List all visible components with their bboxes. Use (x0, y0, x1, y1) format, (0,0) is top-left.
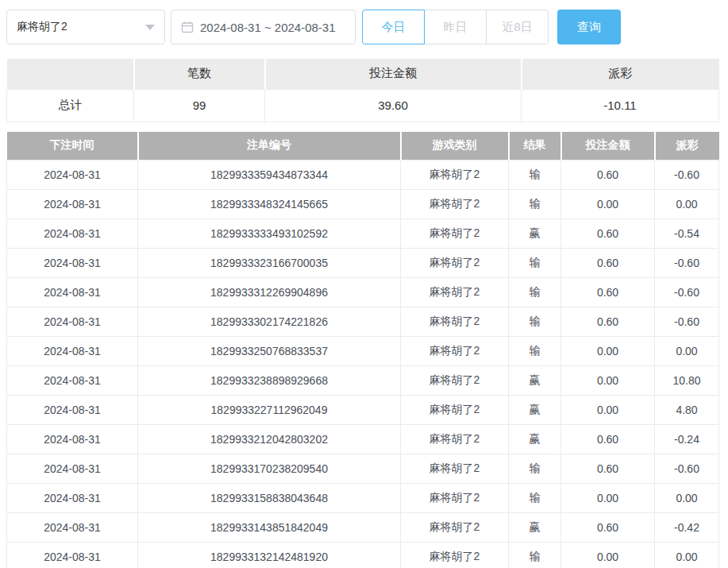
header-bet-amount: 投注金额 (561, 132, 655, 160)
result-cell: 输 (509, 337, 561, 366)
game-type-cell: 麻将胡了2 (401, 160, 509, 190)
order-no-cell: 1829933312269904896 (138, 278, 401, 307)
bet-amount-cell: 0.00 (561, 484, 655, 513)
payout-cell: -0.42 (655, 513, 719, 543)
bet-time-cell: 2024-08-31 (7, 396, 138, 425)
last-8-days-button[interactable]: 近8日 (486, 10, 549, 44)
game-type-cell: 麻将胡了2 (401, 249, 509, 278)
order-no-cell: 1829933348324145665 (138, 190, 401, 219)
bet-time-cell: 2024-08-31 (7, 190, 138, 219)
payout-cell: -0.60 (655, 454, 719, 484)
summary-header-row: 笔数 投注金额 派彩 (7, 59, 719, 89)
payout-cell: 0.00 (655, 484, 719, 513)
summary-total-bet-amount: 39.60 (265, 89, 522, 122)
game-type-cell: 麻将胡了2 (401, 396, 509, 425)
summary-total-label: 总计 (7, 89, 134, 122)
table-row: 2024-08-311829933323166700035麻将胡了2输0.60-… (7, 249, 719, 278)
payout-cell: -0.60 (655, 278, 719, 307)
order-no-cell: 1829933212042803202 (138, 425, 401, 454)
result-cell: 输 (509, 278, 561, 307)
bet-time-cell: 2024-08-31 (7, 366, 138, 396)
result-cell: 输 (509, 190, 561, 219)
bet-time-cell: 2024-08-31 (7, 219, 138, 249)
result-cell: 赢 (509, 366, 561, 396)
today-button[interactable]: 今日 (362, 10, 425, 44)
bet-time-cell: 2024-08-31 (7, 454, 138, 484)
game-select-value: 麻将胡了2 (17, 20, 67, 34)
summary-total-count: 99 (134, 89, 265, 122)
table-row: 2024-08-311829933132142481920麻将胡了2输0.000… (7, 543, 719, 568)
summary-total-payout: -10.11 (522, 89, 719, 122)
game-type-cell: 麻将胡了2 (401, 425, 509, 454)
game-type-cell: 麻将胡了2 (401, 190, 509, 219)
summary-header-count: 笔数 (134, 59, 265, 89)
table-row: 2024-08-311829933227112962049麻将胡了2赢0.004… (7, 396, 719, 425)
bet-amount-cell: 0.60 (561, 513, 655, 543)
game-type-cell: 麻将胡了2 (401, 307, 509, 337)
order-no-cell: 1829933359434873344 (138, 160, 401, 190)
table-row: 2024-08-311829933212042803202麻将胡了2赢0.60-… (7, 425, 719, 454)
bet-amount-cell: 0.60 (561, 307, 655, 337)
order-no-cell: 1829933333493102592 (138, 219, 401, 249)
table-row: 2024-08-311829933348324145665麻将胡了2输0.000… (7, 190, 719, 219)
bet-time-cell: 2024-08-31 (7, 484, 138, 513)
bet-amount-cell: 0.00 (561, 190, 655, 219)
bet-amount-cell: 0.60 (561, 219, 655, 249)
table-row: 2024-08-311829933359434873344麻将胡了2输0.60-… (7, 160, 719, 190)
quick-range-group: 今日 昨日 近8日 (362, 10, 549, 44)
header-game-type: 游戏类别 (401, 132, 509, 160)
table-row: 2024-08-311829933333493102592麻将胡了2赢0.60-… (7, 219, 719, 249)
header-bet-time: 下注时间 (7, 132, 138, 160)
payout-cell: 10.80 (655, 366, 719, 396)
bet-time-cell: 2024-08-31 (7, 513, 138, 543)
search-button[interactable]: 查询 (557, 10, 621, 44)
payout-cell: 0.00 (655, 337, 719, 366)
result-cell: 输 (509, 454, 561, 484)
header-result: 结果 (509, 132, 561, 160)
result-cell: 赢 (509, 425, 561, 454)
result-cell: 输 (509, 543, 561, 568)
game-type-cell: 麻将胡了2 (401, 484, 509, 513)
order-no-cell: 1829933132142481920 (138, 543, 401, 568)
chevron-down-icon (145, 25, 155, 30)
bet-time-cell: 2024-08-31 (7, 160, 138, 190)
bet-amount-cell: 0.60 (561, 249, 655, 278)
order-no-cell: 1829933238898929668 (138, 366, 401, 396)
game-select[interactable]: 麻将胡了2 (6, 10, 165, 44)
order-no-cell: 1829933170238209540 (138, 454, 401, 484)
game-type-cell: 麻将胡了2 (401, 454, 509, 484)
order-no-cell: 1829933143851842049 (138, 513, 401, 543)
bet-time-cell: 2024-08-31 (7, 337, 138, 366)
table-row: 2024-08-311829933312269904896麻将胡了2输0.60-… (7, 278, 719, 307)
game-type-cell: 麻将胡了2 (401, 366, 509, 396)
bet-amount-cell: 0.00 (561, 543, 655, 568)
header-payout: 派彩 (655, 132, 719, 160)
yesterday-button[interactable]: 昨日 (424, 10, 487, 44)
bet-time-cell: 2024-08-31 (7, 307, 138, 337)
table-row: 2024-08-311829933158838043648麻将胡了2输0.000… (7, 484, 719, 513)
bet-amount-cell: 0.60 (561, 278, 655, 307)
payout-cell: 0.00 (655, 543, 719, 568)
bet-time-cell: 2024-08-31 (7, 543, 138, 568)
order-no-cell: 1829933227112962049 (138, 396, 401, 425)
summary-header-bet-amount: 投注金额 (265, 59, 522, 89)
order-no-cell: 1829933158838043648 (138, 484, 401, 513)
bet-time-cell: 2024-08-31 (7, 278, 138, 307)
result-cell: 输 (509, 160, 561, 190)
bet-amount-cell: 0.00 (561, 366, 655, 396)
payout-cell: -0.60 (655, 249, 719, 278)
payout-cell: -0.24 (655, 425, 719, 454)
summary-header-empty (7, 59, 134, 89)
result-cell: 输 (509, 307, 561, 337)
bet-amount-cell: 0.00 (561, 337, 655, 366)
toolbar: 麻将胡了2 2024-08-31 ~ 2024-08-31 今日 昨日 近8日 … (0, 0, 728, 44)
result-cell: 赢 (509, 396, 561, 425)
bet-time-cell: 2024-08-31 (7, 425, 138, 454)
date-range-picker[interactable]: 2024-08-31 ~ 2024-08-31 (171, 10, 356, 44)
game-type-cell: 麻将胡了2 (401, 513, 509, 543)
date-range-value: 2024-08-31 ~ 2024-08-31 (200, 21, 336, 34)
order-no-cell: 1829933302174221826 (138, 307, 401, 337)
payout-cell: 4.80 (655, 396, 719, 425)
records-header-row: 下注时间 注单编号 游戏类别 结果 投注金额 派彩 (7, 132, 719, 160)
result-cell: 赢 (509, 219, 561, 249)
